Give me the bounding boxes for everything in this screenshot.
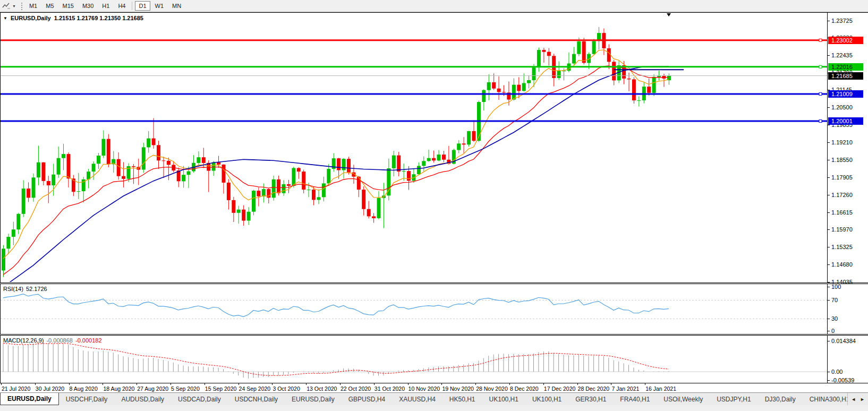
macd-tick-mark — [828, 341, 830, 341]
date-label: 31 Oct 2020 — [375, 386, 405, 392]
timeframe-buttons: M1M5M15M30H1H4D1W1MN — [25, 0, 185, 12]
price-tick-label: 1.19210 — [831, 140, 853, 145]
tab-scroll-controls: ◄ ► — [847, 393, 868, 405]
tab-audusd-daily-2[interactable]: AUDUSD,Daily — [114, 393, 171, 405]
level-handle-1.23002[interactable] — [819, 39, 822, 41]
macd-tick-mark — [828, 380, 830, 381]
macd-tick-label: 0.014384 — [831, 338, 856, 344]
price-tick-mark — [828, 160, 830, 160]
tab-ger30-h1-11[interactable]: GER30,H1 — [568, 393, 613, 405]
price-tick-label: 1.15325 — [831, 244, 853, 250]
price-tick-mark — [828, 125, 830, 125]
toolbar-grip[interactable] — [20, 2, 23, 10]
chevron-down-icon[interactable]: ▼ — [12, 4, 16, 8]
timeframe-button-H4[interactable]: H4 — [114, 1, 129, 11]
date-tick-mark — [35, 383, 36, 385]
macd-main-value: -0.000868 — [46, 337, 73, 344]
price-badge-1.21685: 1.21685 — [828, 72, 863, 80]
tab-eurusd-daily-5[interactable]: EURUSD,Daily — [285, 393, 342, 405]
date-label: 28 Nov 2020 — [476, 386, 508, 392]
date-tick-mark — [306, 383, 307, 385]
collapse-triangle-icon[interactable]: ▼ — [3, 16, 7, 21]
date-tick-mark — [1, 383, 2, 385]
chart-shift-marker[interactable] — [667, 13, 671, 16]
candles — [2, 27, 671, 277]
timeframe-toolbar: ▼ M1M5M15M30H1H4D1W1MN — [0, 0, 868, 12]
price-plot-area[interactable]: ▼ EURUSD,Daily 1.21515 1.21769 1.21350 1… — [0, 13, 828, 282]
date-tick-mark — [171, 383, 171, 385]
tab-scroll-right-icon[interactable]: ► — [860, 397, 865, 402]
price-tick-mark — [828, 282, 830, 282]
tab-usdjpy-h1-14[interactable]: USDJPY,H1 — [710, 393, 758, 405]
price-badge-1.21009: 1.21009 — [828, 90, 863, 98]
timeframe-button-H1[interactable]: H1 — [98, 1, 113, 11]
timeframe-button-M1[interactable]: M1 — [25, 1, 41, 11]
date-tick-mark — [205, 383, 205, 385]
tab-china300-h1-16[interactable]: CHINA300,H1 — [803, 393, 848, 405]
tab-gbpusd-h4-6[interactable]: GBPUSD,H4 — [342, 393, 392, 405]
date-label: 30 Jul 2020 — [36, 386, 64, 392]
rsi-panel: RSI(14) 52.1726 10070300 — [0, 284, 868, 334]
price-tick-label: 1.17260 — [831, 192, 853, 198]
date-label: 24 Sep 2020 — [239, 386, 271, 392]
ma-slow-line — [3, 66, 669, 282]
tab-usdchf-daily-1[interactable]: USDCHF,Daily — [59, 393, 115, 405]
date-label: 10 Nov 2020 — [409, 386, 440, 392]
price-tick-label: 1.17905 — [831, 175, 853, 181]
timeframe-button-MN[interactable]: MN — [168, 1, 185, 11]
tab-uk100-h1-10[interactable]: UK100,H1 — [525, 393, 568, 405]
level-handle-1.21009[interactable] — [819, 92, 822, 95]
tab-usoil-weekly-13[interactable]: USOil,Weekly — [657, 393, 710, 405]
date-axis: 21 Jul 202030 Jul 20208 Aug 202018 Aug 2… — [0, 383, 868, 392]
rsi-tick-label: 30 — [831, 316, 838, 322]
tab-scroll-left-icon[interactable]: ◄ — [851, 397, 856, 402]
tab-usdcad-daily-3[interactable]: USDCAD,Daily — [171, 393, 228, 405]
tab-eurusd-daily-0[interactable]: EURUSD,Daily — [0, 393, 59, 405]
date-tick-mark — [137, 383, 137, 385]
timeframe-button-W1[interactable]: W1 — [151, 1, 168, 11]
date-tick-mark — [69, 383, 70, 385]
date-label: 8 Dec 2020 — [510, 386, 539, 392]
timeframe-button-M5[interactable]: M5 — [42, 1, 57, 11]
date-label: 27 Aug 2020 — [137, 386, 168, 392]
date-label: 7 Jan 2021 — [611, 386, 639, 392]
date-tick-mark — [441, 383, 442, 385]
tab-dj30-daily-15[interactable]: DJ30,Daily — [758, 393, 803, 405]
chart-cursor-tool[interactable]: ▼ — [0, 0, 18, 12]
price-tick-label: 1.18550 — [831, 157, 853, 163]
date-label: 18 Aug 2020 — [103, 386, 134, 392]
status-strip — [0, 405, 868, 411]
level-handle-1.22016[interactable] — [819, 65, 822, 68]
tab-uk100-h1-9[interactable]: UK100,H1 — [482, 393, 525, 405]
price-tick-mark — [828, 55, 830, 56]
price-tick-label: 1.22435 — [831, 53, 853, 58]
date-tick-mark — [577, 383, 578, 385]
tab-fra40-h1-12[interactable]: FRA40,H1 — [613, 393, 657, 405]
rsi-plot-area[interactable]: RSI(14) 52.1726 — [0, 284, 828, 334]
price-axis: 1.237251.230801.224351.217901.211451.205… — [828, 13, 868, 282]
tab-usdcnh-daily-4[interactable]: USDCNH,Daily — [228, 393, 285, 405]
date-tick-mark — [509, 383, 510, 385]
timeframe-button-M15[interactable]: M15 — [59, 1, 78, 11]
rsi-name: RSI(14) — [3, 286, 23, 292]
macd-plot-area[interactable]: MACD(12,26,9) -0.000868 -0.000182 — [0, 336, 828, 383]
price-tick-mark — [828, 212, 830, 213]
level-handle-1.20001[interactable] — [819, 120, 822, 123]
date-tick-mark — [611, 383, 611, 385]
tab-xauusd-h4-7[interactable]: XAUUSD,H4 — [392, 393, 442, 405]
timeframe-button-D1[interactable]: D1 — [135, 1, 150, 11]
rsi-tick-mark — [828, 300, 830, 301]
timeframe-button-M30[interactable]: M30 — [79, 1, 97, 11]
date-label: 21 Jul 2020 — [2, 386, 30, 392]
date-tick-mark — [408, 383, 409, 385]
rsi-tick-mark — [828, 331, 830, 331]
price-tick-label: 1.14680 — [831, 262, 853, 268]
tab-hk50-h1-8[interactable]: HK50,H1 — [442, 393, 482, 405]
date-tick-mark — [239, 383, 239, 385]
macd-axis: 0.0143840.00-0.00539 — [828, 336, 868, 383]
price-tick-label: 1.23725 — [831, 18, 853, 24]
chart-tabs: EURUSD,DailyUSDCHF,DailyAUDUSD,DailyUSDC… — [0, 393, 847, 405]
macd-tick-label: 0.00 — [831, 369, 843, 375]
date-tick-mark — [543, 383, 544, 385]
date-label: 8 Aug 2020 — [70, 386, 98, 392]
